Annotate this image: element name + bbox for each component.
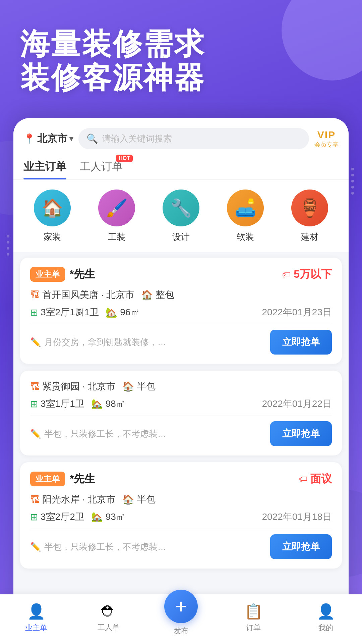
desc-text-2: ✏️ 半包，只装修工长，不考虑装… xyxy=(30,428,270,440)
order-header-1: 业主单 *先生 🏷 5万以下 xyxy=(30,267,332,282)
order-location-2: 🏗 紫贵御园 · 北京市 xyxy=(30,380,116,393)
detail-left-2: ⊞ 3室1厅1卫 🏡 98㎡ xyxy=(30,397,125,410)
rooms-info-3: ⊞ 3室2厅2卫 xyxy=(30,511,84,523)
fab-publish-button[interactable]: + xyxy=(164,590,198,623)
category-icon-jiancai: 🏺 xyxy=(291,190,328,226)
order-type-badge-3: 业主单 xyxy=(30,472,65,486)
category-ruanzhuang[interactable]: 🛋️ 软装 xyxy=(227,190,264,243)
nav-publish-label: 发布 xyxy=(174,626,188,636)
area-icon-2: 🏡 xyxy=(91,398,103,410)
rooms-icon-2: ⊞ xyxy=(30,398,38,410)
order-card-1: 业主单 *先生 🏷 5万以下 🏗 首开国风美唐 · 北京市 🏠 整包 xyxy=(20,258,342,364)
nav-worker-icon: ⛑ xyxy=(101,603,116,620)
bottom-navigation: 👤 业主单 ⛑ 工人单 + 发布 📋 订单 👤 我的 xyxy=(0,594,362,644)
hero-line2: 装修客源神器 xyxy=(20,61,342,95)
order-location-row-2: 🏗 紫贵御园 · 北京市 🏠 半包 xyxy=(30,380,332,393)
search-input-wrap[interactable]: 🔍 请输入关键词搜索 xyxy=(78,128,309,149)
order-location-3: 🏗 阳光水岸 · 北京市 xyxy=(30,493,116,506)
category-jiancai[interactable]: 🏺 建材 xyxy=(291,190,328,243)
area-info-2: 🏡 98㎡ xyxy=(91,397,125,410)
order-header-3: 业主单 *先生 🏷 面议 xyxy=(30,472,332,486)
rooms-text-2: 3室1厅1卫 xyxy=(41,397,84,410)
grab-button-2[interactable]: 立即抢单 xyxy=(270,421,332,446)
price-badge-1: 🏷 5万以下 xyxy=(282,267,332,282)
tab-owner-orders[interactable]: 业主订单 xyxy=(23,159,66,179)
area-text-1: 96㎡ xyxy=(120,306,140,319)
category-sheji[interactable]: 🔧 设计 xyxy=(163,190,199,243)
categories-row: 🏠 家装 🖌️ 工装 🔧 设计 🛋️ 软装 🏺 建材 xyxy=(13,180,349,252)
grab-button-1[interactable]: 立即抢单 xyxy=(270,330,332,355)
hero-title: 海量装修需求 装修客源神器 xyxy=(20,27,342,95)
category-icon-sheji: 🔧 xyxy=(163,190,199,226)
order-detail-row-2: ⊞ 3室1厅1卫 🏡 98㎡ 2022年01月22日 xyxy=(30,397,332,410)
category-label-jiazhuang: 家装 xyxy=(44,231,61,243)
main-card: 📍 北京市 ▾ 🔍 请输入关键词搜索 VIP 会员专享 业主订单 工人订单 HO… xyxy=(13,118,349,615)
owner-name-3: *先生 xyxy=(70,472,95,486)
location-text-3: 阳光水岸 · 北京市 xyxy=(42,493,116,506)
nav-profile[interactable]: 👤 我的 xyxy=(299,603,353,633)
price-badge-3: 🏷 面议 xyxy=(299,472,332,486)
rooms-info-2: ⊞ 3室1厅1卫 xyxy=(30,397,84,410)
order-package-1: 🏠 整包 xyxy=(141,288,174,301)
category-gongzhuang[interactable]: 🖌️ 工装 xyxy=(98,190,135,243)
desc-edit-icon-1: ✏️ xyxy=(30,337,41,347)
package-icon-2: 🏠 xyxy=(122,381,134,392)
nav-owner-icon: 👤 xyxy=(27,603,46,620)
location-text-2: 紫贵御园 · 北京市 xyxy=(42,380,116,393)
price-text-1: 5万以下 xyxy=(294,267,332,282)
search-placeholder: 请输入关键词搜索 xyxy=(102,133,172,145)
area-info-3: 🏡 93㎡ xyxy=(91,511,125,523)
order-detail-row-1: ⊞ 3室2厅1厨1卫 🏡 96㎡ 2022年01月23日 xyxy=(30,306,332,319)
rooms-text-1: 3室2厅1厨1卫 xyxy=(41,306,99,319)
location-text: 北京市 xyxy=(37,132,67,146)
hero-line1: 海量装修需求 xyxy=(20,27,342,61)
nav-orders-label: 订单 xyxy=(246,623,261,633)
vip-badge[interactable]: VIP 会员专享 xyxy=(314,129,339,149)
rooms-info-1: ⊞ 3室2厅1厨1卫 xyxy=(30,306,99,319)
vip-main-text: VIP xyxy=(317,129,336,141)
order-header-left-3: 业主单 *先生 xyxy=(30,472,95,486)
rooms-text-3: 3室2厅2卫 xyxy=(41,511,84,523)
rooms-icon-1: ⊞ xyxy=(30,307,38,318)
tab-worker-orders[interactable]: 工人订单 HOT xyxy=(80,159,123,179)
desc-text-1: ✏️ 月份交房，拿到钥匙就装修，… xyxy=(30,336,270,348)
nav-owner-orders[interactable]: 👤 业主单 xyxy=(9,603,63,633)
package-icon-1: 🏠 xyxy=(141,289,153,301)
location-pin-icon: 📍 xyxy=(23,133,35,144)
order-type-badge-1: 业主单 xyxy=(30,267,65,282)
area-info-1: 🏡 96㎡ xyxy=(106,306,140,319)
order-desc-row-1: ✏️ 月份交房，拿到钥匙就装修，… 立即抢单 xyxy=(30,330,332,355)
date-text-2: 2022年01月22日 xyxy=(262,397,332,410)
card-divider-2 xyxy=(30,416,332,416)
grab-button-3[interactable]: 立即抢单 xyxy=(270,534,332,559)
date-text-1: 2022年01月23日 xyxy=(262,306,332,319)
nav-publish[interactable]: + 发布 xyxy=(154,600,208,636)
orders-section: 业主单 *先生 🏷 5万以下 🏗 首开国风美唐 · 北京市 🏠 整包 xyxy=(13,252,349,615)
order-package-3: 🏠 半包 xyxy=(122,493,156,506)
nav-worker-orders[interactable]: ⛑ 工人单 xyxy=(82,603,135,633)
chevron-down-icon: ▾ xyxy=(69,135,73,143)
area-text-3: 93㎡ xyxy=(106,511,125,523)
desc-text-3: ✏️ 半包，只装修工长，不考虑装… xyxy=(30,541,270,553)
detail-left-3: ⊞ 3室2厅2卫 🏡 93㎡ xyxy=(30,511,125,523)
vip-sub-text: 会员专享 xyxy=(314,141,339,149)
order-desc-row-3: ✏️ 半包，只装修工长，不考虑装… 立即抢单 xyxy=(30,534,332,559)
card-divider-1 xyxy=(30,324,332,324)
location-building-icon-1: 🏗 xyxy=(30,289,40,301)
date-text-3: 2022年01月18日 xyxy=(262,511,332,523)
card-divider-3 xyxy=(30,529,332,529)
category-icon-jiazhuang: 🏠 xyxy=(34,190,71,226)
category-label-jiancai: 建材 xyxy=(301,231,318,243)
order-detail-row-3: ⊞ 3室2厅2卫 🏡 93㎡ 2022年01月18日 xyxy=(30,511,332,523)
nav-orders[interactable]: 📋 订单 xyxy=(227,603,280,633)
price-icon-1: 🏷 xyxy=(282,269,291,280)
order-location-1: 🏗 首开国风美唐 · 北京市 xyxy=(30,288,134,301)
nav-profile-icon: 👤 xyxy=(317,603,335,620)
area-icon-1: 🏡 xyxy=(106,307,117,318)
order-card-3: 业主单 *先生 🏷 面议 🏗 阳光水岸 · 北京市 🏠 半包 xyxy=(20,462,342,569)
hero-section: 海量装修需求 装修客源神器 xyxy=(0,0,362,108)
owner-name-1: *先生 xyxy=(70,267,95,282)
location-button[interactable]: 📍 北京市 ▾ xyxy=(23,132,73,146)
category-jiazhuang[interactable]: 🏠 家装 xyxy=(34,190,71,243)
desc-edit-icon-3: ✏️ xyxy=(30,542,41,552)
